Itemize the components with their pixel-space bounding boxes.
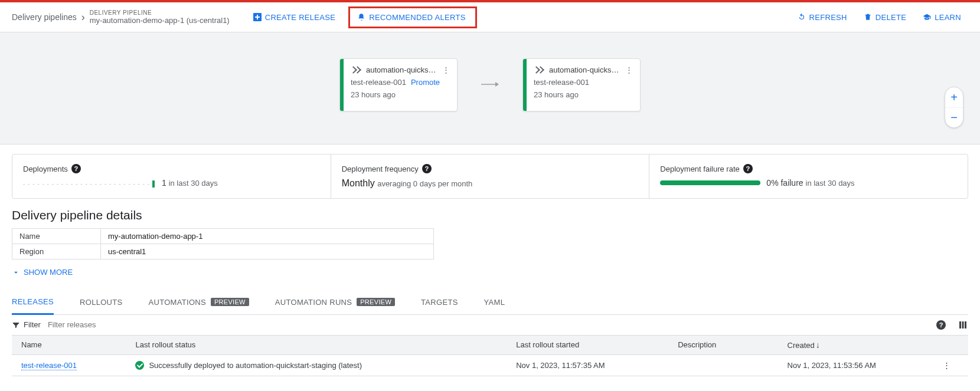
col-created[interactable]: Created↓ bbox=[778, 336, 926, 355]
kebab-menu-icon[interactable]: ⋮ bbox=[624, 65, 634, 74]
releases-table: Name Last rollout status Last rollout st… bbox=[12, 336, 968, 376]
metric-frequency: Deployment frequency? Monthly averaging … bbox=[331, 155, 649, 198]
header-bar: Delivery pipelines › DELIVERY PIPELINE m… bbox=[0, 2, 980, 32]
arrow-right-icon bbox=[481, 81, 499, 90]
row-menu-button[interactable]: ⋮ bbox=[925, 354, 968, 376]
preview-badge: PREVIEW bbox=[211, 298, 249, 306]
tab-releases[interactable]: RELEASES bbox=[12, 290, 54, 315]
tab-automation-runs[interactable]: AUTOMATION RUNSPREVIEW bbox=[275, 291, 395, 314]
pipeline-stage[interactable]: automation-quicks…⋮ test-release-001Prom… bbox=[339, 58, 458, 111]
pipeline-stage[interactable]: automation-quicks…⋮ test-release-001 23 … bbox=[522, 58, 641, 111]
tab-automations[interactable]: AUTOMATIONSPREVIEW bbox=[149, 291, 249, 314]
help-icon[interactable]: ? bbox=[71, 164, 81, 173]
zoom-out-button[interactable]: − bbox=[945, 107, 963, 127]
zoom-in-button[interactable]: + bbox=[945, 87, 963, 107]
breadcrumb-name: my-automation-demo-app-1 (us-central1) bbox=[90, 16, 230, 25]
col-status[interactable]: Last rollout status bbox=[126, 336, 507, 355]
plus-box-icon bbox=[253, 13, 262, 21]
breadcrumb: Delivery pipelines › DELIVERY PIPELINE m… bbox=[12, 9, 230, 25]
chevron-right-icon: › bbox=[81, 11, 85, 24]
rollout-description bbox=[668, 354, 778, 376]
col-name[interactable]: Name bbox=[12, 336, 126, 355]
learn-button[interactable]: LEARN bbox=[916, 8, 968, 27]
stage-title: automation-quicks… bbox=[549, 65, 624, 74]
stage-release: test-release-001 bbox=[351, 78, 406, 87]
zoom-control: + − bbox=[945, 87, 963, 128]
stage-title: automation-quicks… bbox=[366, 65, 441, 74]
col-started[interactable]: Last rollout started bbox=[507, 336, 668, 355]
sparkline: - - - - - - - - - - - - - - - - - - - - … bbox=[23, 180, 155, 188]
alerts-highlight: RECOMMENDED ALERTS bbox=[348, 6, 476, 28]
trash-icon bbox=[864, 13, 872, 21]
preview-badge: PREVIEW bbox=[357, 298, 395, 306]
recommended-alerts-button[interactable]: RECOMMENDED ALERTS bbox=[350, 8, 472, 27]
tab-targets[interactable]: TARGETS bbox=[421, 291, 458, 314]
chevron-down-icon bbox=[12, 268, 20, 277]
breadcrumb-root[interactable]: Delivery pipelines bbox=[12, 12, 77, 22]
stage-release: test-release-001 bbox=[534, 78, 589, 87]
promote-link[interactable]: Promote bbox=[411, 78, 440, 87]
bell-plus-icon bbox=[357, 13, 365, 21]
help-icon[interactable]: ? bbox=[743, 164, 753, 173]
arrow-down-icon: ↓ bbox=[816, 340, 820, 350]
pipeline-details: Delivery pipeline details Namemy-automat… bbox=[12, 208, 968, 278]
tab-yaml[interactable]: YAML bbox=[484, 291, 505, 314]
columns-icon[interactable] bbox=[958, 320, 968, 330]
detail-value: my-automation-demo-app-1 bbox=[101, 229, 434, 244]
success-icon bbox=[135, 361, 144, 370]
filter-label: Filter bbox=[12, 320, 41, 329]
refresh-icon bbox=[798, 13, 806, 21]
rollout-status: Successfully deployed to automation-quic… bbox=[149, 361, 362, 370]
stage-age: 23 hours ago bbox=[534, 90, 634, 99]
svg-rect-2 bbox=[255, 17, 260, 18]
release-name-link[interactable]: test-release-001 bbox=[21, 361, 77, 370]
show-more-button[interactable]: SHOW MORE bbox=[12, 268, 73, 277]
rollout-started: Nov 1, 2023, 11:57:35 AM bbox=[507, 354, 668, 376]
refresh-button[interactable]: REFRESH bbox=[790, 8, 854, 27]
tab-rollouts[interactable]: ROLLOUTS bbox=[80, 291, 122, 314]
details-heading: Delivery pipeline details bbox=[12, 208, 968, 222]
tabs-bar: RELEASESROLLOUTSAUTOMATIONSPREVIEWAUTOMA… bbox=[12, 290, 968, 315]
metric-deployments: Deployments? - - - - - - - - - - - - - -… bbox=[12, 155, 331, 198]
filter-bar: Filter ? bbox=[12, 315, 968, 336]
double-chevron-icon bbox=[351, 65, 362, 74]
delete-button[interactable]: DELETE bbox=[857, 8, 913, 27]
filter-icon bbox=[12, 321, 20, 329]
filter-input[interactable] bbox=[48, 320, 936, 329]
stage-age: 23 hours ago bbox=[351, 90, 451, 99]
failure-bar bbox=[660, 180, 760, 185]
help-icon[interactable]: ? bbox=[422, 164, 432, 173]
detail-value: us-central1 bbox=[101, 244, 434, 259]
create-release-button[interactable]: CREATE RELEASE bbox=[246, 8, 343, 27]
detail-key: Region bbox=[12, 244, 101, 259]
graduation-cap-icon bbox=[923, 13, 931, 21]
detail-key: Name bbox=[12, 229, 101, 244]
help-icon[interactable]: ? bbox=[936, 320, 946, 330]
col-desc[interactable]: Description bbox=[668, 336, 778, 355]
rollout-created: Nov 1, 2023, 11:53:56 AM bbox=[778, 354, 926, 376]
table-row: test-release-001 Successfully deployed t… bbox=[12, 354, 968, 376]
double-chevron-icon bbox=[534, 65, 545, 74]
metric-failure-rate: Deployment failure rate? 0% failure in l… bbox=[649, 155, 968, 198]
kebab-menu-icon[interactable]: ⋮ bbox=[441, 65, 451, 74]
metrics-panel: Deployments? - - - - - - - - - - - - - -… bbox=[12, 154, 968, 199]
breadcrumb-label: DELIVERY PIPELINE bbox=[90, 9, 230, 16]
pipeline-canvas: automation-quicks…⋮ test-release-001Prom… bbox=[0, 32, 980, 144]
